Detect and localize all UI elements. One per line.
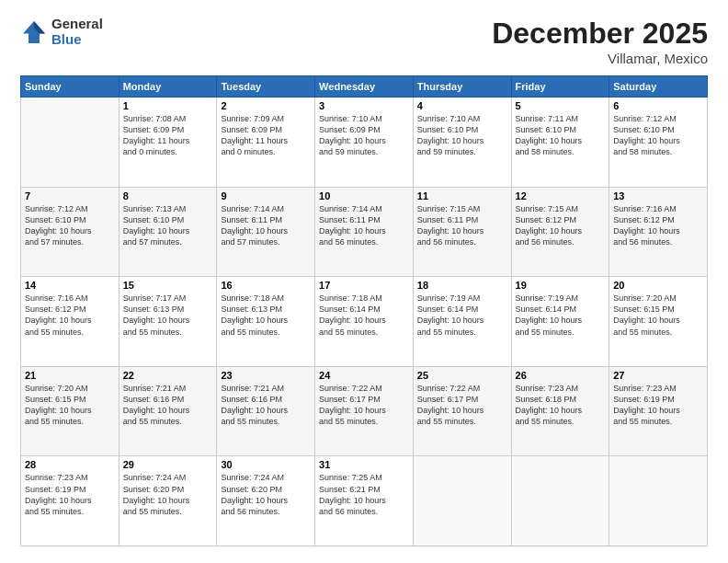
- cell-day-info: Sunrise: 7:18 AM Sunset: 6:13 PM Dayligh…: [221, 293, 311, 338]
- cell-day-number: 5: [516, 100, 606, 111]
- page-subtitle: Villamar, Mexico: [492, 51, 708, 66]
- logo-blue: Blue: [51, 32, 103, 48]
- cell-day-number: 24: [319, 370, 409, 381]
- calendar-table: SundayMondayTuesdayWednesdayThursdayFrid…: [20, 75, 708, 546]
- cell-day-info: Sunrise: 7:24 AM Sunset: 6:20 PM Dayligh…: [221, 472, 311, 517]
- calendar-cell: 22Sunrise: 7:21 AM Sunset: 6:16 PM Dayli…: [119, 366, 217, 456]
- cell-day-number: 4: [417, 100, 507, 111]
- cell-day-info: Sunrise: 7:23 AM Sunset: 6:19 PM Dayligh…: [613, 383, 703, 428]
- calendar-header-tuesday: Tuesday: [217, 76, 315, 98]
- cell-day-number: 14: [25, 280, 115, 291]
- calendar-cell: 15Sunrise: 7:17 AM Sunset: 6:13 PM Dayli…: [119, 277, 217, 367]
- cell-day-info: Sunrise: 7:24 AM Sunset: 6:20 PM Dayligh…: [123, 472, 213, 517]
- calendar-cell: 3Sunrise: 7:10 AM Sunset: 6:09 PM Daylig…: [315, 98, 414, 188]
- page: General Blue December 2025 Villamar, Mex…: [0, 0, 728, 563]
- cell-day-info: Sunrise: 7:17 AM Sunset: 6:13 PM Dayligh…: [123, 293, 213, 338]
- calendar-week-5: 28Sunrise: 7:23 AM Sunset: 6:19 PM Dayli…: [21, 456, 708, 546]
- cell-day-number: 3: [319, 100, 409, 111]
- calendar-cell: 14Sunrise: 7:16 AM Sunset: 6:12 PM Dayli…: [21, 277, 119, 367]
- cell-day-info: Sunrise: 7:21 AM Sunset: 6:16 PM Dayligh…: [221, 383, 311, 428]
- calendar-header-friday: Friday: [511, 76, 609, 98]
- calendar-cell: 4Sunrise: 7:10 AM Sunset: 6:10 PM Daylig…: [413, 98, 511, 188]
- cell-day-number: 29: [123, 459, 213, 470]
- logo-icon: [20, 18, 48, 46]
- calendar-header-row: SundayMondayTuesdayWednesdayThursdayFrid…: [21, 76, 708, 98]
- cell-day-info: Sunrise: 7:13 AM Sunset: 6:10 PM Dayligh…: [123, 203, 213, 248]
- cell-day-info: Sunrise: 7:08 AM Sunset: 6:09 PM Dayligh…: [123, 113, 213, 158]
- cell-day-info: Sunrise: 7:11 AM Sunset: 6:10 PM Dayligh…: [516, 113, 606, 158]
- calendar-cell: 18Sunrise: 7:19 AM Sunset: 6:14 PM Dayli…: [413, 277, 511, 367]
- cell-day-info: Sunrise: 7:19 AM Sunset: 6:14 PM Dayligh…: [417, 293, 507, 338]
- cell-day-number: 16: [221, 280, 311, 291]
- cell-day-number: 10: [319, 190, 409, 201]
- cell-day-info: Sunrise: 7:21 AM Sunset: 6:16 PM Dayligh…: [123, 383, 213, 428]
- calendar-cell: 6Sunrise: 7:12 AM Sunset: 6:10 PM Daylig…: [609, 98, 708, 188]
- calendar-cell: 21Sunrise: 7:20 AM Sunset: 6:15 PM Dayli…: [21, 366, 119, 456]
- cell-day-info: Sunrise: 7:15 AM Sunset: 6:12 PM Dayligh…: [516, 203, 606, 248]
- calendar-cell: 25Sunrise: 7:22 AM Sunset: 6:17 PM Dayli…: [413, 366, 511, 456]
- calendar-week-2: 7Sunrise: 7:12 AM Sunset: 6:10 PM Daylig…: [21, 187, 708, 277]
- calendar-cell: 10Sunrise: 7:14 AM Sunset: 6:11 PM Dayli…: [315, 187, 414, 277]
- calendar-cell: 19Sunrise: 7:19 AM Sunset: 6:14 PM Dayli…: [511, 277, 609, 367]
- cell-day-number: 7: [25, 190, 115, 201]
- calendar-cell: 24Sunrise: 7:22 AM Sunset: 6:17 PM Dayli…: [315, 366, 414, 456]
- header: General Blue December 2025 Villamar, Mex…: [20, 17, 708, 66]
- cell-day-info: Sunrise: 7:19 AM Sunset: 6:14 PM Dayligh…: [516, 293, 606, 338]
- cell-day-number: 11: [417, 190, 507, 201]
- calendar-cell: 12Sunrise: 7:15 AM Sunset: 6:12 PM Dayli…: [511, 187, 609, 277]
- calendar-cell: 29Sunrise: 7:24 AM Sunset: 6:20 PM Dayli…: [119, 456, 217, 546]
- cell-day-number: 2: [221, 100, 311, 111]
- cell-day-number: 20: [613, 280, 703, 291]
- cell-day-number: 22: [123, 370, 213, 381]
- logo: General Blue: [20, 17, 103, 47]
- cell-day-number: 15: [123, 280, 213, 291]
- calendar-cell: [511, 456, 609, 546]
- cell-day-info: Sunrise: 7:14 AM Sunset: 6:11 PM Dayligh…: [319, 203, 409, 248]
- cell-day-number: 12: [516, 190, 606, 201]
- calendar-cell: 7Sunrise: 7:12 AM Sunset: 6:10 PM Daylig…: [21, 187, 119, 277]
- cell-day-number: 8: [123, 190, 213, 201]
- calendar-cell: 11Sunrise: 7:15 AM Sunset: 6:11 PM Dayli…: [413, 187, 511, 277]
- cell-day-number: 23: [221, 370, 311, 381]
- cell-day-info: Sunrise: 7:12 AM Sunset: 6:10 PM Dayligh…: [25, 203, 115, 248]
- cell-day-number: 17: [319, 280, 409, 291]
- page-title: December 2025: [492, 17, 708, 51]
- cell-day-number: 26: [516, 370, 606, 381]
- cell-day-info: Sunrise: 7:10 AM Sunset: 6:10 PM Dayligh…: [417, 113, 507, 158]
- calendar-cell: [413, 456, 511, 546]
- calendar-cell: [609, 456, 708, 546]
- cell-day-number: 6: [613, 100, 703, 111]
- calendar-cell: 30Sunrise: 7:24 AM Sunset: 6:20 PM Dayli…: [217, 456, 315, 546]
- cell-day-number: 1: [123, 100, 213, 111]
- cell-day-number: 9: [221, 190, 311, 201]
- calendar-week-4: 21Sunrise: 7:20 AM Sunset: 6:15 PM Dayli…: [21, 366, 708, 456]
- calendar-cell: 20Sunrise: 7:20 AM Sunset: 6:15 PM Dayli…: [609, 277, 708, 367]
- calendar-header-thursday: Thursday: [413, 76, 511, 98]
- cell-day-number: 30: [221, 459, 311, 470]
- cell-day-info: Sunrise: 7:20 AM Sunset: 6:15 PM Dayligh…: [25, 383, 115, 428]
- calendar-cell: 13Sunrise: 7:16 AM Sunset: 6:12 PM Dayli…: [609, 187, 708, 277]
- cell-day-number: 27: [613, 370, 703, 381]
- cell-day-number: 19: [516, 280, 606, 291]
- calendar-header-wednesday: Wednesday: [315, 76, 414, 98]
- cell-day-info: Sunrise: 7:25 AM Sunset: 6:21 PM Dayligh…: [319, 472, 409, 517]
- cell-day-info: Sunrise: 7:16 AM Sunset: 6:12 PM Dayligh…: [613, 203, 703, 248]
- cell-day-number: 31: [319, 459, 409, 470]
- cell-day-info: Sunrise: 7:09 AM Sunset: 6:09 PM Dayligh…: [221, 113, 311, 158]
- calendar-header-saturday: Saturday: [609, 76, 708, 98]
- calendar-cell: 28Sunrise: 7:23 AM Sunset: 6:19 PM Dayli…: [21, 456, 119, 546]
- cell-day-number: 25: [417, 370, 507, 381]
- cell-day-info: Sunrise: 7:10 AM Sunset: 6:09 PM Dayligh…: [319, 113, 409, 158]
- cell-day-number: 18: [417, 280, 507, 291]
- calendar-cell: [21, 98, 119, 188]
- cell-day-info: Sunrise: 7:23 AM Sunset: 6:19 PM Dayligh…: [25, 472, 115, 517]
- cell-day-info: Sunrise: 7:14 AM Sunset: 6:11 PM Dayligh…: [221, 203, 311, 248]
- logo-general: General: [51, 17, 103, 32]
- calendar-cell: 8Sunrise: 7:13 AM Sunset: 6:10 PM Daylig…: [119, 187, 217, 277]
- calendar-header-sunday: Sunday: [21, 76, 119, 98]
- calendar-cell: 31Sunrise: 7:25 AM Sunset: 6:21 PM Dayli…: [315, 456, 414, 546]
- calendar-week-3: 14Sunrise: 7:16 AM Sunset: 6:12 PM Dayli…: [21, 277, 708, 367]
- calendar-cell: 16Sunrise: 7:18 AM Sunset: 6:13 PM Dayli…: [217, 277, 315, 367]
- cell-day-info: Sunrise: 7:20 AM Sunset: 6:15 PM Dayligh…: [613, 293, 703, 338]
- calendar-header-monday: Monday: [119, 76, 217, 98]
